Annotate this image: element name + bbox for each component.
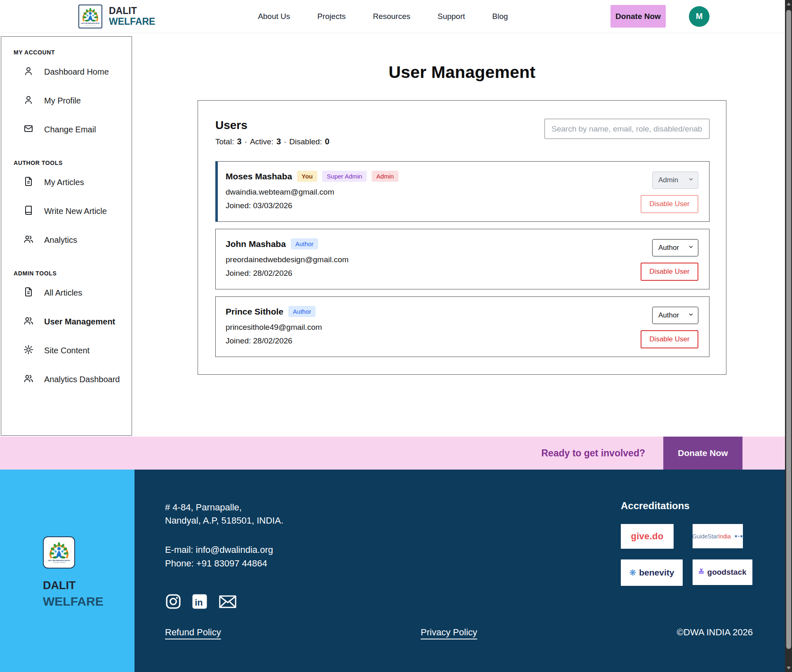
nav-projects[interactable]: Projects bbox=[317, 12, 346, 21]
nav-resources[interactable]: Resources bbox=[373, 12, 410, 21]
disable-user-button[interactable]: Disable User bbox=[641, 195, 698, 213]
sidebar-item-analytics-dashboard[interactable]: Analytics Dashboard bbox=[1, 365, 132, 394]
chevron-down-icon bbox=[688, 311, 694, 320]
badge-super-admin: Super Admin bbox=[322, 171, 367, 182]
badge-you: You bbox=[297, 171, 317, 182]
footer-brand-line2: WELFARE bbox=[43, 594, 134, 609]
refund-policy-link[interactable]: Refund Policy bbox=[165, 627, 221, 638]
sidebar-item-label: Analytics bbox=[44, 235, 77, 245]
sidebar-section-author-tools: AUTHOR TOOLS bbox=[14, 160, 132, 166]
sidebar-section-admin-tools: ADMIN TOOLS bbox=[14, 270, 132, 277]
avatar[interactable]: M bbox=[689, 6, 710, 27]
accreditations: Accreditations give.do GuideStarIndia ★⋆… bbox=[621, 500, 753, 586]
brand-line1: DALIT bbox=[109, 6, 155, 16]
user-row-prince: Prince Sithole Author princesithole49@gm… bbox=[215, 296, 710, 357]
scroll-up-arrow[interactable] bbox=[787, 2, 791, 5]
nav-about-us[interactable]: About Us bbox=[258, 12, 290, 21]
nav-blog[interactable]: Blog bbox=[492, 12, 508, 21]
sidebar-item-label: All Articles bbox=[44, 288, 82, 298]
chevron-down-icon bbox=[688, 244, 694, 252]
accreditation-benevity[interactable]: ❋ benevity bbox=[621, 559, 683, 586]
nav-support[interactable]: Support bbox=[438, 12, 465, 21]
sidebar: MY ACCOUNT Dashboard Home My Profile Cha… bbox=[1, 36, 132, 436]
footer-logo-icon: DALIT WELFARE ASSOCIATION STRONGER TOGET… bbox=[43, 536, 75, 569]
sidebar-item-my-profile[interactable]: My Profile bbox=[1, 86, 132, 115]
gear-icon bbox=[24, 345, 33, 356]
accreditation-goodstack[interactable]: ≚ goodstack bbox=[693, 559, 752, 585]
privacy-policy-link[interactable]: Privacy Policy bbox=[421, 627, 477, 638]
scrollbar[interactable] bbox=[785, 0, 792, 672]
cta-text: Ready to get involved? bbox=[541, 448, 645, 459]
scrollbar-thumb[interactable] bbox=[786, 10, 791, 649]
disable-user-button[interactable]: Disable User bbox=[641, 330, 698, 348]
sidebar-item-analytics[interactable]: Analytics bbox=[1, 226, 132, 254]
sidebar-item-label: Change Email bbox=[44, 125, 96, 134]
page: DALIT WELFARE ASSOCIATION STRONGER TOGET… bbox=[0, 0, 792, 672]
accreditation-guidestar[interactable]: GuideStarIndia ★⋆★ bbox=[693, 524, 743, 548]
donate-now-button[interactable]: Donate Now bbox=[610, 5, 666, 28]
logo-caption: DALIT WELFARE ASSOCIATION bbox=[81, 22, 99, 24]
sidebar-section-my-account: MY ACCOUNT bbox=[14, 49, 132, 56]
sidebar-item-change-email[interactable]: Change Email bbox=[1, 115, 132, 144]
footer-main: # 4-84, Parnapalle, Nandyal, A.P, 518501… bbox=[134, 470, 792, 672]
sidebar-item-user-management[interactable]: User Management bbox=[1, 307, 132, 336]
users-icon bbox=[24, 316, 33, 327]
user-email: preordainedwebdesign@gmail.com bbox=[226, 255, 349, 264]
footer-brand-panel: DALIT WELFARE ASSOCIATION STRONGER TOGET… bbox=[0, 470, 134, 672]
body: MY ACCOUNT Dashboard Home My Profile Cha… bbox=[0, 33, 792, 437]
user-joined: Joined: 28/02/2026 bbox=[226, 336, 322, 345]
users-heading: Users bbox=[215, 119, 330, 132]
users-meta: Total:3 · Active:3 · Disabled:0 bbox=[215, 137, 330, 146]
accreditation-givedo[interactable]: give.do bbox=[621, 524, 674, 549]
badge-author: Author bbox=[288, 306, 316, 317]
cta-bar: Ready to get involved? Donate Now bbox=[0, 437, 792, 470]
user-row-john: John Mashaba Author preordainedwebdesign… bbox=[215, 229, 710, 289]
guidestar-stars-icon: ★⋆★ bbox=[734, 534, 743, 538]
sidebar-item-label: Write New Article bbox=[44, 207, 107, 216]
svg-text:STRONGER TOGETHER: STRONGER TOGETHER bbox=[53, 562, 65, 564]
role-select[interactable]: Author bbox=[652, 307, 698, 324]
page-title: User Management bbox=[132, 63, 792, 82]
brand[interactable]: DALIT WELFARE ASSOCIATION STRONGER TOGET… bbox=[78, 5, 155, 28]
scroll-down-arrow[interactable] bbox=[787, 667, 791, 670]
user-joined: Joined: 03/03/2026 bbox=[226, 201, 398, 210]
badge-admin: Admin bbox=[372, 171, 398, 182]
sidebar-item-dashboard-home[interactable]: Dashboard Home bbox=[1, 57, 132, 86]
sidebar-item-all-articles[interactable]: All Articles bbox=[1, 278, 132, 307]
user-icon bbox=[24, 95, 33, 106]
main-content: User Management Users Total:3 · Active:3… bbox=[132, 33, 792, 375]
user-name: John Mashaba bbox=[226, 239, 286, 249]
users-icon bbox=[24, 374, 33, 385]
file-text-icon bbox=[24, 176, 33, 188]
sidebar-item-site-content[interactable]: Site Content bbox=[1, 336, 132, 365]
user-name: Prince Sithole bbox=[226, 307, 283, 317]
accreditations-heading: Accreditations bbox=[621, 500, 753, 512]
role-select[interactable]: Admin bbox=[652, 172, 698, 189]
user-name: Moses Mashaba bbox=[226, 172, 292, 181]
email-icon[interactable] bbox=[218, 593, 238, 610]
user-email: dwaindia.webteam@gmail.com bbox=[226, 188, 398, 197]
goodstack-icon: ≚ bbox=[698, 568, 704, 577]
sidebar-item-label: Dashboard Home bbox=[44, 67, 109, 77]
users-icon bbox=[24, 234, 33, 246]
sidebar-item-write-new-article[interactable]: Write New Article bbox=[1, 197, 132, 226]
cta-donate-now-button[interactable]: Donate Now bbox=[663, 437, 742, 470]
users-card: Users Total:3 · Active:3 · Disabled:0 bbox=[198, 100, 726, 375]
brand-text: DALIT WELFARE bbox=[109, 6, 155, 27]
brand-logo-icon: DALIT WELFARE ASSOCIATION STRONGER TOGET… bbox=[78, 5, 102, 28]
sidebar-item-label: Site Content bbox=[44, 346, 90, 355]
user-joined: Joined: 28/02/2026 bbox=[226, 269, 349, 278]
disable-user-button[interactable]: Disable User bbox=[641, 263, 698, 281]
instagram-icon[interactable] bbox=[165, 593, 182, 610]
svg-text:STRONGER TOGETHER: STRONGER TOGETHER bbox=[85, 24, 96, 25]
header: DALIT WELFARE ASSOCIATION STRONGER TOGET… bbox=[0, 0, 792, 33]
linkedin-icon[interactable]: in bbox=[191, 593, 208, 610]
user-row-moses: Moses Mashaba You Super Admin Admin dwai… bbox=[215, 161, 710, 222]
role-select[interactable]: Author bbox=[652, 239, 698, 256]
sidebar-item-label: My Articles bbox=[44, 178, 84, 187]
user-search-input[interactable] bbox=[544, 119, 710, 139]
file-text-icon bbox=[24, 287, 33, 298]
sidebar-item-label: Analytics Dashboard bbox=[44, 375, 120, 384]
footer-brand-line1: DALIT bbox=[43, 579, 134, 592]
sidebar-item-my-articles[interactable]: My Articles bbox=[1, 168, 132, 197]
